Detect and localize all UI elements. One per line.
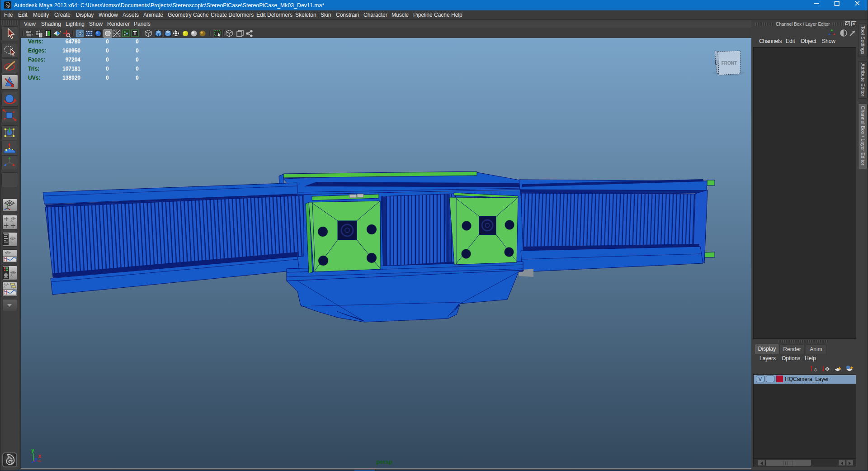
svg-text:FRONT: FRONT — [722, 61, 737, 66]
svg-text:z: z — [34, 457, 38, 463]
svg-text:y: y — [31, 447, 34, 454]
svg-text:x: x — [38, 453, 41, 460]
